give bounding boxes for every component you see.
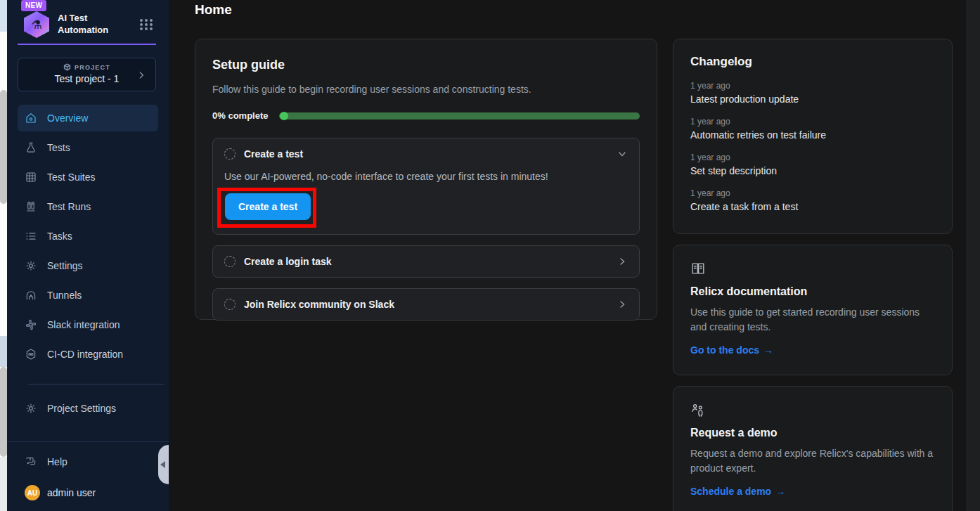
- columns-icon: [25, 200, 37, 213]
- tunnel-icon: [25, 289, 37, 302]
- app-title: AI Test Automation: [58, 13, 138, 37]
- changelog-entry: 1 year ago Set step description: [690, 153, 935, 176]
- cube-icon: [63, 63, 71, 71]
- progress-fill: [280, 112, 288, 120]
- gear-icon: [25, 259, 37, 272]
- new-badge: NEW: [21, 0, 46, 11]
- sidebar-item-test-suites[interactable]: Test Suites: [18, 164, 158, 190]
- background-window-header: [0, 0, 7, 32]
- svg-text:?: ?: [29, 458, 32, 462]
- go-to-docs-link[interactable]: Go to the docs→: [690, 344, 773, 356]
- sidebar-item-label: Project Settings: [47, 403, 116, 414]
- changelog-entry: 1 year ago Automatic retries on test fai…: [690, 117, 935, 141]
- sidebar-item-tasks[interactable]: Tasks: [18, 223, 158, 250]
- sidebar-item-tests[interactable]: Tests: [18, 134, 158, 161]
- sidebar: NEW AI Test Automation PROJECT Test proj…: [7, 0, 169, 511]
- changelog-card: Changelog 1 year ago Latest production u…: [673, 39, 953, 234]
- chevron-right-icon: [617, 299, 628, 310]
- setup-step-login-task: Create a login task: [212, 245, 640, 278]
- page-scroll-gutter: [966, 0, 980, 511]
- accent-divider: [18, 44, 156, 45]
- sidebar-item-label: Slack integration: [47, 319, 120, 330]
- sidebar-collapse-handle[interactable]: [158, 445, 169, 484]
- changelog-time: 1 year ago: [690, 117, 935, 127]
- sidebar-footer: ? Help AU admin user: [7, 441, 169, 511]
- chevron-right-icon: [136, 70, 146, 80]
- sidebar-item-label: Test Suites: [47, 172, 95, 183]
- step-header-join-slack[interactable]: Join Relicx community on Slack: [213, 289, 639, 320]
- sidebar-item-slack-integration[interactable]: Slack integration: [18, 311, 158, 338]
- sidebar-item-label: Help: [47, 456, 67, 467]
- home-icon: [25, 112, 37, 124]
- changelog-text: Latest production update: [690, 93, 935, 105]
- people-icon: [690, 402, 935, 420]
- project-selector[interactable]: PROJECT Test project - 1: [18, 58, 156, 91]
- step-header-create-test[interactable]: Create a test: [213, 138, 639, 169]
- changelog-time: 1 year ago: [690, 188, 935, 198]
- schedule-demo-link[interactable]: Schedule a demo→: [690, 486, 785, 497]
- right-column: Changelog 1 year ago Latest production u…: [673, 39, 953, 511]
- highlighted-button-area: Create a test: [225, 193, 311, 220]
- sidebar-item-overview[interactable]: Overview: [18, 105, 158, 131]
- sidebar-item-test-runs[interactable]: Test Runs: [18, 193, 158, 220]
- setup-guide-title: Setup guide: [212, 58, 640, 72]
- user-menu[interactable]: AU admin user: [18, 479, 158, 506]
- app-logo-icon: [24, 11, 49, 38]
- step-title: Create a test: [244, 148, 617, 160]
- sidebar-nav: Overview Tests Test Suites Test Runs Tas…: [7, 105, 169, 370]
- sidebar-item-tunnels[interactable]: Tunnels: [18, 282, 158, 309]
- changelog-entry: 1 year ago Latest production update: [690, 81, 935, 105]
- sidebar-item-cicd-integration[interactable]: CI-CD integration: [18, 341, 158, 368]
- project-label-row: PROJECT: [18, 63, 155, 71]
- changelog-text: Automatic retries on test failure: [690, 129, 935, 141]
- avatar: AU: [25, 485, 40, 500]
- arrow-right-icon: →: [763, 344, 773, 356]
- sidebar-item-settings[interactable]: Settings: [18, 252, 158, 279]
- changelog-entry: 1 year ago Create a task from a test: [690, 188, 935, 212]
- arrow-right-icon: →: [775, 486, 785, 497]
- app-header: AI Test Automation: [24, 11, 155, 38]
- step-title: Join Relicx community on Slack: [244, 299, 617, 310]
- step-header-login-task[interactable]: Create a login task: [213, 246, 639, 277]
- book-icon: [690, 261, 935, 279]
- setup-guide-description: Follow this guide to begin recording use…: [212, 84, 640, 95]
- sidebar-item-label: Overview: [47, 112, 88, 124]
- step-body: Use our AI-powered, no-code interface to…: [213, 169, 639, 234]
- page-title: Home: [195, 2, 232, 18]
- sidebar-item-label: Tasks: [47, 231, 72, 242]
- sidebar-divider: [28, 384, 165, 384]
- background-window-edge: [0, 0, 7, 511]
- link-label: Schedule a demo: [690, 486, 771, 497]
- sidebar-item-label: Test Runs: [47, 201, 91, 212]
- setup-step-create-test: Create a test Use our AI-powered, no-cod…: [212, 138, 640, 235]
- gear-icon: [25, 402, 37, 415]
- documentation-card: Relicx documentation Use this guide to g…: [673, 245, 953, 375]
- user-name: admin user: [47, 487, 96, 498]
- sidebar-item-label: Settings: [47, 260, 83, 271]
- scrollbar-thumb[interactable]: [0, 367, 7, 457]
- changelog-time: 1 year ago: [690, 81, 935, 91]
- create-a-test-button[interactable]: Create a test: [225, 193, 311, 220]
- sidebar-item-help[interactable]: ? Help: [18, 448, 158, 475]
- setup-step-join-slack: Join Relicx community on Slack: [212, 288, 640, 321]
- sidebar-item-project-settings[interactable]: Project Settings: [18, 395, 158, 422]
- help-icon: ?: [25, 455, 37, 468]
- changelog-time: 1 year ago: [690, 153, 935, 162]
- apps-grid-icon[interactable]: [138, 18, 155, 32]
- sidebar-item-label: Tests: [47, 142, 70, 153]
- documentation-description: Use this guide to get started recording …: [690, 305, 935, 335]
- project-name: Test project - 1: [18, 73, 155, 84]
- changelog-title: Changelog: [690, 55, 935, 69]
- demo-description: Request a demo and explore Relicx's capa…: [690, 446, 935, 476]
- scrollbar-thumb[interactable]: [0, 90, 7, 204]
- chevron-down-icon: [617, 148, 628, 160]
- request-demo-card: Request a demo Request a demo and explor…: [673, 386, 953, 511]
- link-label: Go to the docs: [690, 344, 759, 356]
- step-description: Use our AI-powered, no-code interface to…: [224, 171, 628, 182]
- demo-title: Request a demo: [690, 427, 935, 439]
- sidebar-nav-secondary: Project Settings: [7, 395, 169, 425]
- triangle-left-icon: [160, 461, 165, 468]
- setup-guide-card: Setup guide Follow this guide to begin r…: [195, 39, 657, 320]
- main-content: Home Setup guide Follow this guide to be…: [169, 0, 980, 511]
- flask-icon: [25, 141, 37, 154]
